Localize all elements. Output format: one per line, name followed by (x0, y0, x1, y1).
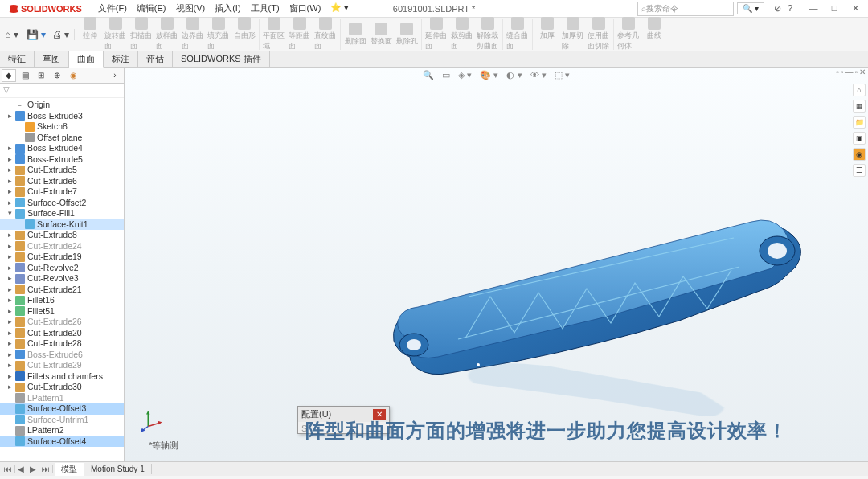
login-icon[interactable]: ⊘ (774, 3, 781, 14)
search-dropdown[interactable]: 🔍 ▾ (737, 2, 764, 14)
view-triad[interactable] (139, 408, 163, 432)
tp-prop-icon[interactable]: ☰ (853, 164, 866, 177)
tp-appear-icon[interactable]: ◉ (853, 148, 866, 161)
home-icon[interactable]: ⌂ ▾ (5, 29, 18, 40)
tree-item[interactable]: ▸Boss-Extrude6 (0, 350, 124, 361)
ribbon-button[interactable]: 边界曲面 (182, 17, 204, 51)
vt-render[interactable]: ⬚ ▾ (552, 69, 572, 81)
tree-expand[interactable]: › (108, 69, 122, 82)
maximize-button[interactable]: □ (825, 3, 844, 14)
tree-item[interactable]: ▸Cut-Extrude26 (0, 317, 124, 328)
tree-item[interactable]: ▸Cut-Extrude5 (0, 165, 124, 176)
bottom-tab-model[interactable]: 模型 (55, 463, 84, 476)
tree-tab-3[interactable]: ⊞ (34, 69, 48, 82)
print-icon[interactable]: 🖨 ▾ (52, 29, 69, 40)
ribbon-button[interactable]: 延伸曲面 (425, 17, 448, 51)
tree-item[interactable]: ▸Fillet16 (0, 295, 124, 306)
vt-scene[interactable]: ◐ ▾ (504, 69, 524, 81)
ribbon-button[interactable]: 拉伸 (79, 17, 101, 51)
tree-item[interactable]: ▸Cut-Extrude30 (0, 382, 124, 393)
ribbon-button[interactable]: 使用曲面切除 (588, 17, 610, 51)
tp-lib-icon[interactable]: ▦ (853, 100, 866, 113)
ribbon-button[interactable]: 旋转曲面 (104, 17, 127, 51)
tree-item[interactable]: Surface-Knit1 (0, 219, 124, 231)
viewport[interactable]: ▫ ▫ — ▫ ✕ 🔍 ▭ ◈ ▾ 🎨 ▾ ◐ ▾ 👁 ▾ ⬚ ▾ ⌂ ▦ 📁 … (125, 68, 868, 461)
tree-item[interactable]: ▾Surface-Fill1 (0, 208, 124, 219)
ribbon-button[interactable]: 替换面 (370, 23, 392, 47)
ribbon-button[interactable]: 加厚切除 (562, 17, 584, 51)
menu-view[interactable]: 视图(V) (171, 2, 211, 14)
tree-item[interactable]: ▸Fillets and chamfers (0, 371, 124, 383)
tree-item[interactable]: ▸Cut-Extrude6 (0, 176, 124, 187)
bt-next[interactable]: ▶ (27, 465, 39, 473)
tree-item[interactable]: ▸Cut-Extrude21 (0, 285, 124, 296)
tree-item[interactable]: ▸Surface-Offset2 (0, 198, 124, 209)
menu-more[interactable]: ⭐ ▾ (326, 2, 354, 14)
vp-btn-2[interactable]: ▫ (841, 68, 844, 76)
tree-item[interactable]: ▸Cut-Extrude20 (0, 328, 124, 339)
ribbon-button[interactable]: 扫描曲面 (130, 17, 153, 51)
close-button[interactable]: ✕ (845, 3, 865, 14)
tree-item[interactable]: ▸Boss-Extrude4 (0, 143, 124, 154)
tp-view-icon[interactable]: ▣ (853, 132, 866, 145)
vp-btn-5[interactable]: ✕ (859, 68, 866, 76)
ribbon-button[interactable]: 填充曲面 (207, 17, 230, 51)
tree-item[interactable]: ▸Cut-Extrude19 (0, 252, 124, 263)
tree-item[interactable]: Surface-Offset3 (0, 403, 124, 415)
tp-file-icon[interactable]: 📁 (853, 116, 866, 129)
minimize-button[interactable]: — (804, 3, 823, 14)
tree-item[interactable]: Sketch8 (0, 121, 124, 133)
bottom-tab-motion[interactable]: Motion Study 1 (84, 464, 152, 474)
help-icon[interactable]: ? (788, 3, 792, 14)
tree-item[interactable]: ▸Cut-Extrude28 (0, 338, 124, 350)
tab-sketch[interactable]: 草图 (35, 51, 69, 67)
ribbon-button[interactable]: 曲线 (643, 17, 665, 51)
tp-home-icon[interactable]: ⌂ (853, 84, 866, 96)
ribbon-button[interactable]: 加厚 (536, 17, 559, 51)
tree-item[interactable]: Origin (0, 100, 124, 111)
tree-tab-feature[interactable]: ◆ (2, 69, 16, 82)
tree-tab-4[interactable]: ⊕ (50, 69, 64, 82)
menu-file[interactable]: 文件(F) (93, 2, 132, 14)
ribbon-button[interactable]: 参考几何体 (617, 17, 640, 51)
tab-annotate[interactable]: 标注 (104, 51, 138, 67)
vp-btn-1[interactable]: ▫ (836, 68, 839, 76)
ribbon-button[interactable]: 裁剪曲面 (451, 17, 473, 51)
ribbon-button[interactable]: 直纹曲面 (314, 17, 337, 51)
tree-item[interactable]: ▸Boss-Extrude3 (0, 111, 124, 122)
ribbon-button[interactable]: 等距曲面 (289, 17, 311, 51)
tree-item[interactable]: Surface-Untrim1 (0, 415, 124, 426)
tab-surface[interactable]: 曲面 (69, 51, 104, 68)
vt-orient[interactable]: ◈ ▾ (456, 69, 474, 81)
save-icon[interactable]: 💾 ▾ (27, 29, 46, 40)
vp-btn-3[interactable]: — (845, 68, 853, 76)
tree-tab-config[interactable]: ▤ (18, 69, 32, 82)
tree-item[interactable]: Offset plane (0, 133, 124, 144)
menu-tools[interactable]: 工具(T) (246, 2, 285, 14)
tree-item[interactable]: LPattern2 (0, 425, 124, 436)
vt-zoom[interactable]: 🔍 (420, 69, 436, 81)
tree-item[interactable]: ▸Cut-Extrude7 (0, 186, 124, 198)
ribbon-button[interactable]: 删除面 (344, 23, 366, 47)
vt-view[interactable]: 👁 ▾ (528, 69, 549, 81)
tree-item[interactable]: ▸Cut-Extrude29 (0, 360, 124, 371)
bt-first[interactable]: ⏮ (2, 465, 15, 473)
tab-evaluate[interactable]: 评估 (138, 51, 173, 67)
tree-filter[interactable]: ▽ (0, 84, 124, 98)
tab-feature[interactable]: 特征 (0, 51, 35, 67)
menu-insert[interactable]: 插入(I) (210, 2, 245, 14)
ribbon-button[interactable]: 放样曲面 (156, 17, 178, 51)
search-input[interactable]: ⌕ 搜索命令 (637, 2, 734, 16)
tree-item[interactable]: LPattern1 (0, 393, 124, 404)
feature-tree[interactable]: Origin▸Boss-Extrude3Sketch8Offset plane▸… (0, 98, 124, 461)
vt-display[interactable]: 🎨 ▾ (477, 69, 501, 81)
menu-window[interactable]: 窗口(W) (285, 2, 326, 14)
tree-item[interactable]: ▸Cut-Extrude24 (0, 241, 124, 252)
bt-last[interactable]: ⏭ (39, 465, 53, 473)
ribbon-button[interactable]: 解除裁剪曲面 (477, 17, 499, 51)
tree-item[interactable]: ▸Cut-Revolve2 (0, 263, 124, 274)
ribbon-button[interactable]: 缝合曲面 (506, 17, 529, 51)
tree-item[interactable]: ▸Fillet51 (0, 306, 124, 317)
bt-prev[interactable]: ◀ (15, 465, 27, 473)
tree-tab-5[interactable]: ◉ (66, 69, 80, 82)
